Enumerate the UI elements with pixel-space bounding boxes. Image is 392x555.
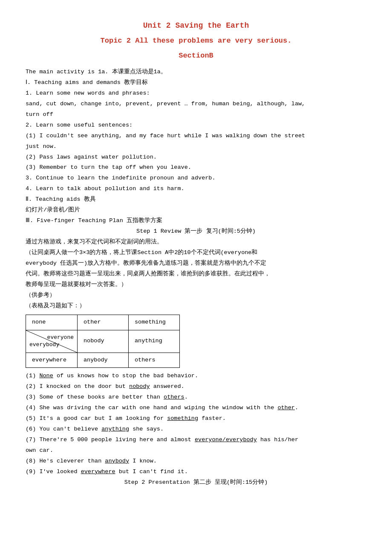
exercise-1: (1) None of us knows how to stop the bad… [26,371,366,381]
step1-table-note: （表格及习题如下：） [26,301,366,311]
item2-label: 2. Learn some useful sentences: [26,121,366,130]
table-cell: nobody [78,330,129,353]
table-cell: anything [129,330,180,353]
exercise-9: (9) I've looked everywhere but I can't f… [26,467,366,477]
exercise-8: (8) He's cleverer than anybody I know. [26,457,366,466]
table-cell: other [78,315,129,330]
table-cell-diagonal: everyone everybody [26,330,78,353]
step1-p4: 代词。教师将这些习题逐一呈现出来，同桌两人抢圈答案，谁抢到的多谁获胜。在此过程中… [26,269,366,279]
item2-s1b: just now. [26,142,366,152]
item4-label: 4. Learn to talk about pollution and its… [26,184,366,194]
topic-title: Topic 2 All these problems are very seri… [26,37,366,45]
step1-ref: （供参考） [26,291,366,301]
exercise-7: (7) There're 5 000 people living here an… [26,435,366,445]
item3-label: 3. Continue to learn the indefinite pron… [26,173,366,183]
table-row: everywhere anybody others [26,353,180,368]
section-II-label: Ⅱ. Teaching aids 教具 [26,195,366,205]
section-III-label: Ⅲ. Five-finger Teaching Plan 五指教学方案 [26,216,366,226]
exercise-5: (5) It's a good car but I am looking for… [26,414,366,424]
item1-words: sand, cut down, change into, prevent, pr… [26,99,366,109]
table-cell: others [129,353,180,368]
item1-label: 1. Learn some new words and phrases: [26,89,366,98]
exercise-6: (6) You can't believe anything she says. [26,425,366,434]
item2-s2: (2) Pass laws against water pollution. [26,153,366,162]
table-row: everyone everybody nobody anything [26,330,180,353]
exercise-2: (2) I knocked on the door but nobody ans… [26,382,366,392]
section-title: SectionB [26,52,366,60]
step1-p3: everybody 任选其一)放入方格中。教师事先准备九道练习题，答案就是方格中… [26,259,366,269]
item1-words2: turn off [26,110,366,120]
aids-text: 幻灯片/录音机/图片 [26,205,366,215]
step2-header: Step 2 Presentation 第二步 呈现(时间:15分钟) [26,478,366,488]
pronouns-table: none other something everyone everybody … [26,315,180,368]
item2-s3: (3) Remember to turn the tap off when yo… [26,163,366,173]
step1-p2: （让同桌两人做一个3×3的方格，将上节课Section A中2的10个不定代词(… [26,248,366,258]
exercise-3: (3) Some of these books are better than … [26,393,366,402]
unit-title: Unit 2 Saving the Earth [26,21,366,30]
intro-text: The main activity is 1a. 本课重点活动是1a。 [26,67,366,77]
exercise-4: (4) She was driving the car with one han… [26,403,366,413]
table-cell: none [26,315,78,330]
section-I-label: Ⅰ. Teaching aims and demands 教学目标 [26,78,366,88]
table-row: none other something [26,315,180,330]
table-cell: everywhere [26,353,78,368]
step1-p5: 教师每呈现一题就要核对一次答案。） [26,280,366,290]
step1-p1: 通过方格游戏，来复习不定代词和不定副词的用法。 [26,237,366,247]
exercise-7b: own car. [26,446,366,456]
item2-s1: (1) I couldn't see anything, and my face… [26,131,366,141]
table-cell: anybody [78,353,129,368]
step1-header: Step 1 Review 第一步 复习(时间:5分钟) [26,227,366,237]
table-cell: something [129,315,180,330]
